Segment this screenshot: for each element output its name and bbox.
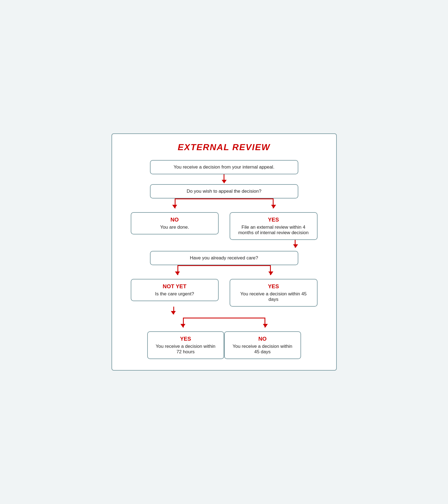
not-yet-box-content: NOT YET Is the care urgent? bbox=[138, 283, 212, 297]
arrow-not-yet-down bbox=[171, 311, 176, 315]
step2-text: Do you wish to appeal the decision? bbox=[187, 189, 261, 194]
yes2-text: You receive a decision within 45 days bbox=[237, 291, 310, 302]
no-box: NO You are done. bbox=[131, 212, 219, 234]
not-yet-box: NOT YET Is the care urgent? bbox=[131, 279, 219, 301]
no2-label: NO bbox=[258, 336, 267, 342]
no-label: NO bbox=[171, 217, 179, 223]
arrow-right-3 bbox=[263, 324, 268, 327]
step1-text: You receive a decision from your interna… bbox=[174, 164, 274, 170]
branch-boxes-1: NO You are done. YES File an external re… bbox=[131, 212, 318, 240]
h-line-3 bbox=[183, 318, 265, 318]
step1-box: You receive a decision from your interna… bbox=[150, 160, 298, 174]
yes2-box-content: YES You receive a decision within 45 day… bbox=[237, 283, 310, 302]
no-box-content: NO You are done. bbox=[138, 217, 212, 230]
yes3-box-content: YES You receive a decision within 72 hou… bbox=[154, 336, 217, 355]
branch-boxes-3: YES You receive a decision within 72 hou… bbox=[147, 331, 301, 359]
yes3-text: You receive a decision within 72 hours bbox=[154, 344, 217, 355]
no-text: You are done. bbox=[160, 225, 189, 230]
arrow-left-2 bbox=[175, 271, 180, 275]
yes-box-content: YES File an external review within 4 mon… bbox=[237, 217, 310, 236]
branch-connector-3 bbox=[147, 318, 301, 331]
arrow-right-2 bbox=[268, 271, 273, 275]
branch-connector-1 bbox=[131, 198, 318, 212]
arrow-right-1 bbox=[271, 205, 276, 208]
yes3-label: YES bbox=[180, 336, 191, 342]
arrow-1 bbox=[222, 174, 227, 184]
step3-box: Have you already received care? bbox=[150, 251, 298, 265]
yes-box: YES File an external review within 4 mon… bbox=[230, 212, 318, 240]
h-line-2 bbox=[177, 265, 271, 266]
outer-container: EXTERNAL REVIEW You receive a decision f… bbox=[112, 133, 337, 371]
h-line-1 bbox=[175, 198, 274, 199]
no2-box: NO You receive a decision within 45 days bbox=[224, 331, 301, 359]
yes-text: File an external review within 4 months … bbox=[237, 225, 310, 236]
yes-label: YES bbox=[268, 217, 279, 223]
not-yet-text: Is the care urgent? bbox=[155, 291, 194, 297]
no2-box-content: NO You receive a decision within 45 days bbox=[231, 336, 294, 355]
branch-boxes-2: NOT YET Is the care urgent? YES You rece… bbox=[131, 279, 318, 307]
step2-box: Do you wish to appeal the decision? bbox=[150, 184, 298, 198]
branch-connector-2 bbox=[131, 265, 318, 279]
yes2-box: YES You receive a decision within 45 day… bbox=[230, 279, 318, 307]
arrow-left-3 bbox=[180, 324, 185, 327]
flowchart: You receive a decision from your interna… bbox=[123, 160, 325, 359]
yes2-label: YES bbox=[268, 283, 279, 290]
yes-to-care-connector bbox=[131, 240, 318, 251]
page-title: EXTERNAL REVIEW bbox=[123, 142, 325, 152]
no2-text: You receive a decision within 45 days bbox=[231, 344, 294, 355]
arrow-left-1 bbox=[172, 205, 177, 208]
not-yet-connector bbox=[131, 307, 318, 318]
arrow-yes-down bbox=[293, 244, 298, 248]
yes3-box: YES You receive a decision within 72 hou… bbox=[147, 331, 224, 359]
not-yet-label: NOT YET bbox=[163, 283, 186, 290]
step3-text: Have you already received care? bbox=[190, 255, 258, 261]
